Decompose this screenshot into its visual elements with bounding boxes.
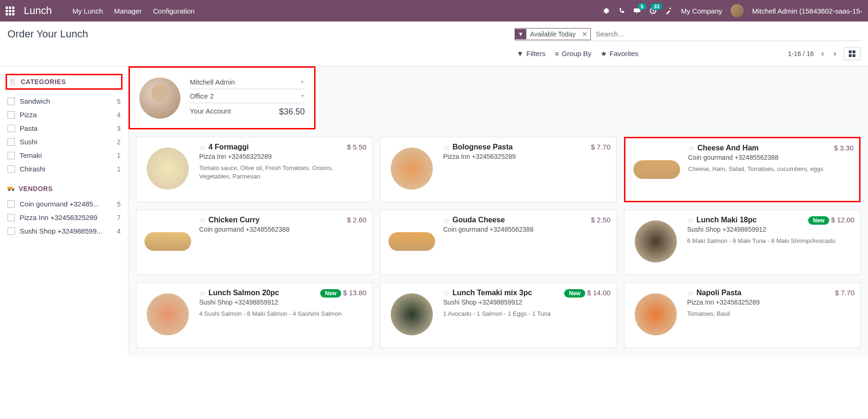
category-count: 2 <box>117 138 121 146</box>
product-card[interactable]: ☆ Bolognese Pasta $ 7.70 Pizza Inn +3245… <box>380 137 617 202</box>
star-outline-icon[interactable]: ☆ <box>199 289 206 298</box>
checkbox[interactable] <box>7 227 15 235</box>
checkbox[interactable] <box>7 200 15 208</box>
kanban-view-button[interactable] <box>844 47 861 60</box>
product-image <box>142 216 194 267</box>
category-item[interactable]: Temaki 1 <box>6 149 122 162</box>
category-item[interactable]: Pasta 3 <box>6 121 122 135</box>
product-name: Gouda Cheese <box>452 216 505 224</box>
star-outline-icon[interactable]: ☆ <box>687 216 694 225</box>
location-select[interactable]: Office 2 ▼ <box>190 89 305 103</box>
user-menu[interactable]: Mitchell Admin (15843602-saas-15- <box>752 7 862 15</box>
checkbox[interactable] <box>7 98 15 105</box>
checkbox[interactable] <box>7 111 15 119</box>
svg-point-7 <box>12 189 14 191</box>
star-outline-icon[interactable]: ☆ <box>199 143 206 152</box>
pager-prev-icon[interactable]: ‹ <box>819 47 826 60</box>
pager-next-icon[interactable]: › <box>832 47 838 60</box>
truck-icon <box>7 186 15 192</box>
svg-rect-5 <box>7 187 12 190</box>
product-name: Lunch Salmon 20pc <box>208 289 279 297</box>
user-avatar-icon[interactable] <box>731 4 744 17</box>
product-description: 4 Sushi Salmon - 6 Maki Salmon - 4 Sashi… <box>199 310 366 318</box>
product-card[interactable]: ☆ Cheese And Ham $ 3.30 Coin gourmand +3… <box>624 137 861 202</box>
new-badge: New <box>320 289 341 298</box>
product-name: Napoli Pasta <box>696 289 741 297</box>
product-vendor: Pizza Inn +32456325289 <box>199 153 366 160</box>
product-price: $ 2.50 <box>591 216 610 224</box>
app-brand[interactable]: Lunch <box>24 5 52 17</box>
product-card[interactable]: ☆ Napoli Pasta $ 7.70 Pizza Inn +3245632… <box>624 283 861 348</box>
category-item[interactable]: Sushi 2 <box>6 135 122 149</box>
product-description: 1 Avocado - 1 Salmon - 1 Eggs - 1 Tuna <box>443 310 610 318</box>
star-outline-icon[interactable]: ☆ <box>443 143 450 152</box>
category-label: Pasta <box>20 124 117 132</box>
category-label: Chirashi <box>20 165 117 173</box>
phone-icon[interactable] <box>618 7 625 14</box>
vendor-item[interactable]: Sushi Shop +324988599... 4 <box>6 224 122 238</box>
product-price: New$ 12.00 <box>808 216 854 224</box>
nav-configuration[interactable]: Configuration <box>153 7 194 15</box>
chevron-down-icon: ▼ <box>300 93 305 99</box>
checkbox[interactable] <box>7 152 15 159</box>
checkbox[interactable] <box>7 165 15 173</box>
product-vendor: Sushi Shop +32498859912 <box>687 226 854 233</box>
product-card[interactable]: ☆ Lunch Maki 18pc New$ 12.00 Sushi Shop … <box>624 210 861 275</box>
apps-icon[interactable] <box>6 7 14 15</box>
filters-button[interactable]: ▼ Filters <box>516 50 545 58</box>
account-balance: $36.50 <box>279 107 305 117</box>
star-outline-icon[interactable]: ☆ <box>443 216 450 225</box>
star-outline-icon[interactable]: ☆ <box>199 216 206 225</box>
product-card[interactable]: ☆ 4 Formaggi $ 5.50 Pizza Inn +324563252… <box>136 137 373 202</box>
debug-icon[interactable] <box>603 7 610 14</box>
vendor-item[interactable]: Coin gourmand +32485... 5 <box>6 197 122 211</box>
product-card[interactable]: ☆ Gouda Cheese $ 2.50 Coin gourmand +324… <box>380 210 617 275</box>
category-label: Pizza <box>20 111 117 119</box>
nav-my-lunch[interactable]: My Lunch <box>72 7 103 15</box>
category-item[interactable]: Pizza 4 <box>6 108 122 121</box>
star-outline-icon[interactable]: ☆ <box>687 289 694 298</box>
nav-manager[interactable]: Manager <box>114 7 142 15</box>
tools-icon[interactable] <box>665 7 673 14</box>
product-card[interactable]: ☆ Chicken Curry $ 2.60 Coin gourmand +32… <box>136 210 373 275</box>
category-label: Sushi <box>20 138 117 146</box>
category-label: Temaki <box>20 151 117 159</box>
user-avatar-large <box>139 78 180 119</box>
category-item[interactable]: Chirashi 1 <box>6 162 122 176</box>
favorites-button[interactable]: ★ Favorites <box>601 50 638 58</box>
messages-icon[interactable]: 5 <box>633 7 641 14</box>
product-vendor: Sushi Shop +32498859912 <box>443 298 610 306</box>
search-bar[interactable]: ▼ Available Today ✕ <box>515 27 861 41</box>
category-item[interactable]: Sandwich 5 <box>6 94 122 108</box>
company-selector[interactable]: My Company <box>681 7 722 15</box>
filter-icon: ▼ <box>515 29 526 39</box>
category-count: 3 <box>117 125 121 132</box>
facet-remove-icon[interactable]: ✕ <box>579 30 590 38</box>
product-price: $ 7.70 <box>591 143 610 151</box>
checkbox[interactable] <box>7 138 15 146</box>
vendor-count: 4 <box>117 227 121 235</box>
checkbox[interactable] <box>7 214 15 221</box>
product-price: $ 3.30 <box>834 144 854 152</box>
star-outline-icon[interactable]: ☆ <box>443 289 450 298</box>
product-description: 6 Maki Salmon - 6 Maki Tuna - 6 Maki Shr… <box>687 237 854 245</box>
svg-point-6 <box>8 189 10 191</box>
vendor-item[interactable]: Pizza Inn +32456325289 7 <box>6 211 122 224</box>
product-card[interactable]: ☆ Lunch Salmon 20pc New$ 13.80 Sushi Sho… <box>136 283 373 348</box>
user-select[interactable]: Mitchell Admin ▼ <box>190 75 305 89</box>
product-name: Lunch Temaki mix 3pc <box>452 289 532 297</box>
product-price: New$ 13.80 <box>320 289 366 297</box>
activities-icon[interactable]: 33 <box>649 7 657 14</box>
new-badge: New <box>808 216 829 225</box>
top-navbar: Lunch My Lunch Manager Configuration 5 3… <box>0 0 868 21</box>
checkbox[interactable] <box>7 125 15 132</box>
product-vendor: Pizza Inn +32456325289 <box>687 298 854 306</box>
category-label: Sandwich <box>20 97 117 105</box>
product-price: New$ 14.00 <box>564 289 610 297</box>
product-vendor: Coin gourmand +32485562388 <box>199 226 366 233</box>
product-card[interactable]: ☆ Lunch Temaki mix 3pc New$ 14.00 Sushi … <box>380 283 617 348</box>
product-vendor: Coin gourmand +32485562388 <box>688 154 854 161</box>
star-outline-icon[interactable]: ☆ <box>688 144 695 153</box>
search-input[interactable] <box>591 27 861 41</box>
groupby-button[interactable]: ≡ Group By <box>555 50 591 58</box>
